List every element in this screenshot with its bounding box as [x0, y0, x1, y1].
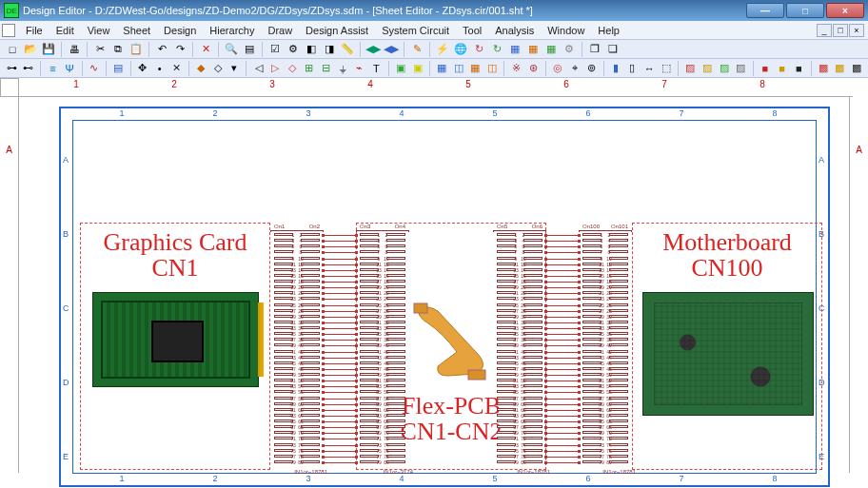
connector-cn100[interactable]: On100On101IN1or~187811234567891011121314…: [579, 232, 632, 465]
bolt-icon[interactable]: ⚡: [434, 41, 451, 58]
mdi-restore-button[interactable]: □: [833, 24, 848, 37]
sync-a-icon[interactable]: ↻: [470, 41, 487, 58]
menu-view[interactable]: View: [81, 23, 117, 38]
net-wire[interactable]: [546, 416, 579, 417]
part-b-icon[interactable]: ▯: [624, 60, 641, 77]
menu-tool[interactable]: Tool: [456, 23, 488, 38]
net-wire[interactable]: [324, 270, 356, 271]
sheet-b-icon[interactable]: ▦: [524, 41, 542, 58]
win-b-icon[interactable]: ❏: [604, 41, 621, 58]
options-icon[interactable]: ⚙: [285, 41, 302, 58]
connector-cn1[interactable]: On1On2IN1or~1878112345678910111213141516…: [270, 232, 324, 465]
net-wire[interactable]: [324, 241, 356, 242]
arrow-dn-icon[interactable]: ▾: [227, 60, 243, 77]
net-wire[interactable]: [546, 439, 579, 439]
menu-edit[interactable]: Edit: [49, 23, 81, 38]
net-wire[interactable]: [324, 386, 356, 387]
net-wire[interactable]: [546, 363, 579, 364]
net-wire[interactable]: [546, 317, 579, 318]
port-b-icon[interactable]: ▷: [267, 60, 284, 77]
net-wire[interactable]: [546, 445, 579, 446]
connector-cn2-right[interactable]: On5On6IN1or~1878112345678910111213141516…: [493, 232, 546, 465]
noconn-icon[interactable]: ⨯: [168, 60, 185, 77]
net-wire[interactable]: [546, 287, 579, 288]
net-wire[interactable]: [324, 235, 356, 236]
redo-icon[interactable]: ↷: [171, 41, 188, 58]
net-wire[interactable]: [546, 386, 579, 387]
net-wire[interactable]: [324, 322, 356, 323]
net-a-icon[interactable]: ⊞: [301, 60, 317, 77]
ground-icon[interactable]: ⏚: [335, 60, 351, 77]
port-c-icon[interactable]: ◇: [285, 60, 301, 77]
nav-b-icon[interactable]: ◀▶: [383, 41, 400, 58]
menu-design[interactable]: Design: [157, 23, 203, 38]
net-wire[interactable]: [546, 462, 579, 463]
net-wire[interactable]: [546, 328, 579, 329]
net-wire[interactable]: [546, 282, 579, 283]
net-wire[interactable]: [324, 439, 356, 439]
hatch-a-icon[interactable]: ▨: [682, 60, 699, 77]
net-wire[interactable]: [546, 276, 579, 277]
paste-icon[interactable]: 📋: [128, 41, 145, 58]
net-wire[interactable]: [324, 404, 356, 405]
menu-system-circuit[interactable]: System Circuit: [375, 23, 456, 38]
net-wire[interactable]: [546, 427, 579, 428]
sync-b-icon[interactable]: ↻: [488, 41, 505, 58]
net-wire[interactable]: [546, 457, 579, 458]
layer-b-icon[interactable]: ▣: [409, 60, 425, 77]
net-wire[interactable]: [324, 399, 356, 400]
net-wire[interactable]: [546, 381, 579, 381]
net-wire[interactable]: [324, 410, 356, 411]
mdi-document-icon[interactable]: [2, 24, 15, 37]
net-wire[interactable]: [324, 299, 356, 300]
net-wire[interactable]: [324, 282, 356, 283]
stop-c-icon[interactable]: ■: [791, 60, 807, 77]
net-wire[interactable]: [546, 270, 579, 271]
net-wire[interactable]: [324, 369, 356, 370]
text-icon[interactable]: T: [368, 60, 385, 77]
ruler-icon[interactable]: 📏: [339, 41, 356, 58]
drc-c-icon[interactable]: ⊚: [583, 60, 600, 77]
hatch-f-icon[interactable]: ▩: [832, 60, 848, 77]
net-wire[interactable]: [324, 305, 356, 306]
net-wire[interactable]: [546, 451, 579, 452]
net-wire[interactable]: [324, 433, 356, 434]
net-wire[interactable]: [324, 328, 356, 329]
bus-a-icon[interactable]: ≡: [45, 60, 61, 77]
win-a-icon[interactable]: ❐: [586, 41, 603, 58]
net-wire[interactable]: [546, 410, 579, 411]
hatch-d-icon[interactable]: ▨: [733, 60, 749, 77]
menu-design-assist[interactable]: Design Assist: [299, 23, 375, 38]
net-wire[interactable]: [546, 392, 579, 393]
hatch-b-icon[interactable]: ▨: [700, 60, 716, 77]
net-wire[interactable]: [546, 259, 579, 260]
save-icon[interactable]: 💾: [40, 41, 57, 58]
block-motherboard[interactable]: Motherboard CN100: [632, 223, 822, 470]
power-icon[interactable]: ⌁: [351, 60, 367, 77]
cut-icon[interactable]: ✂: [91, 41, 108, 58]
net-wire[interactable]: [546, 299, 579, 300]
net-wire[interactable]: [546, 404, 579, 405]
vertical-ruler-left[interactable]: A: [0, 97, 19, 473]
conn-b-icon[interactable]: ⊷: [21, 60, 37, 77]
net-wire[interactable]: [324, 340, 356, 341]
filter-icon[interactable]: ▤: [241, 41, 258, 58]
net-wire[interactable]: [324, 246, 356, 247]
port-a-icon[interactable]: ◁: [250, 60, 266, 77]
net-wire[interactable]: [324, 427, 356, 428]
net-wire[interactable]: [546, 421, 579, 422]
hier-c-icon[interactable]: ▦: [467, 60, 483, 77]
drc-b-icon[interactable]: ⌖: [566, 60, 582, 77]
menu-analysis[interactable]: Analysis: [488, 23, 541, 38]
net-wire[interactable]: [324, 421, 356, 422]
horizontal-ruler[interactable]: 12345678: [19, 78, 853, 97]
minimize-button[interactable]: —: [746, 3, 784, 18]
sim-a-icon[interactable]: ※: [508, 60, 524, 77]
block-graphics-card[interactable]: Graphics Card CN1: [80, 223, 270, 470]
search-icon[interactable]: 🔍: [223, 41, 240, 58]
erc-b-icon[interactable]: ◇: [209, 60, 226, 77]
sheet-c-icon[interactable]: ▦: [542, 41, 560, 58]
sheet-a-icon[interactable]: ▦: [506, 41, 523, 58]
net-wire[interactable]: [546, 399, 579, 400]
open-icon[interactable]: 📂: [22, 41, 39, 58]
